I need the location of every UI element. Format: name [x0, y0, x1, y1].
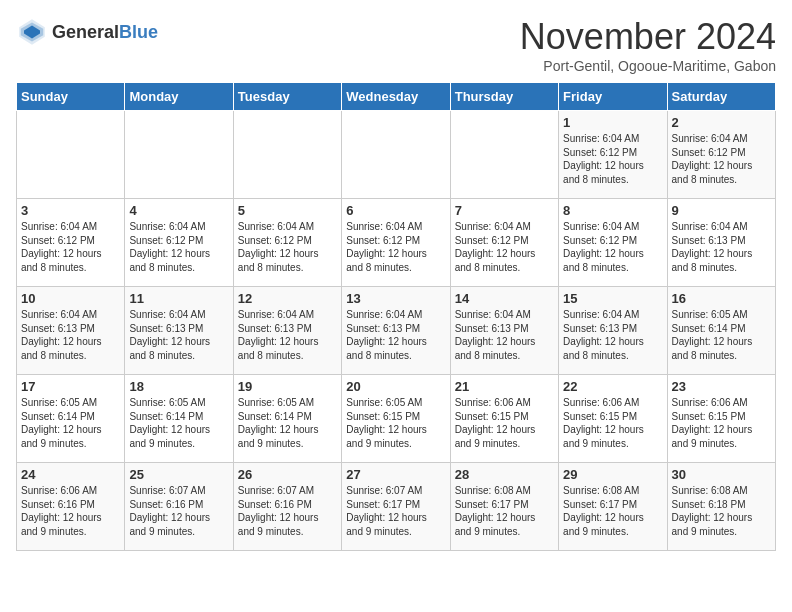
cell-info: Sunrise: 6:04 AM Sunset: 6:12 PM Dayligh… — [129, 220, 228, 274]
calendar-cell: 18Sunrise: 6:05 AM Sunset: 6:14 PM Dayli… — [125, 375, 233, 463]
cell-info: Sunrise: 6:06 AM Sunset: 6:15 PM Dayligh… — [563, 396, 662, 450]
calendar-cell: 21Sunrise: 6:06 AM Sunset: 6:15 PM Dayli… — [450, 375, 558, 463]
header-saturday: Saturday — [667, 83, 775, 111]
calendar-cell — [233, 111, 341, 199]
calendar-cell: 2Sunrise: 6:04 AM Sunset: 6:12 PM Daylig… — [667, 111, 775, 199]
day-number: 13 — [346, 291, 445, 306]
day-number: 6 — [346, 203, 445, 218]
calendar-cell: 5Sunrise: 6:04 AM Sunset: 6:12 PM Daylig… — [233, 199, 341, 287]
day-number: 20 — [346, 379, 445, 394]
day-number: 3 — [21, 203, 120, 218]
logo-text: GeneralBlue — [52, 23, 158, 41]
header-tuesday: Tuesday — [233, 83, 341, 111]
day-number: 17 — [21, 379, 120, 394]
day-number: 22 — [563, 379, 662, 394]
cell-info: Sunrise: 6:05 AM Sunset: 6:14 PM Dayligh… — [129, 396, 228, 450]
calendar-cell: 4Sunrise: 6:04 AM Sunset: 6:12 PM Daylig… — [125, 199, 233, 287]
calendar-cell: 27Sunrise: 6:07 AM Sunset: 6:17 PM Dayli… — [342, 463, 450, 551]
logo: GeneralBlue — [16, 16, 158, 48]
day-number: 27 — [346, 467, 445, 482]
day-number: 5 — [238, 203, 337, 218]
day-number: 10 — [21, 291, 120, 306]
cell-info: Sunrise: 6:06 AM Sunset: 6:15 PM Dayligh… — [455, 396, 554, 450]
calendar-cell: 11Sunrise: 6:04 AM Sunset: 6:13 PM Dayli… — [125, 287, 233, 375]
day-number: 19 — [238, 379, 337, 394]
day-number: 12 — [238, 291, 337, 306]
cell-info: Sunrise: 6:04 AM Sunset: 6:12 PM Dayligh… — [563, 132, 662, 186]
week-row-4: 17Sunrise: 6:05 AM Sunset: 6:14 PM Dayli… — [17, 375, 776, 463]
calendar-cell: 3Sunrise: 6:04 AM Sunset: 6:12 PM Daylig… — [17, 199, 125, 287]
calendar-cell: 24Sunrise: 6:06 AM Sunset: 6:16 PM Dayli… — [17, 463, 125, 551]
day-number: 25 — [129, 467, 228, 482]
logo-blue: Blue — [119, 22, 158, 42]
header: GeneralBlue November 2024 Port-Gentil, O… — [16, 16, 776, 74]
calendar-cell: 13Sunrise: 6:04 AM Sunset: 6:13 PM Dayli… — [342, 287, 450, 375]
cell-info: Sunrise: 6:04 AM Sunset: 6:12 PM Dayligh… — [563, 220, 662, 274]
cell-info: Sunrise: 6:05 AM Sunset: 6:14 PM Dayligh… — [21, 396, 120, 450]
day-number: 30 — [672, 467, 771, 482]
cell-info: Sunrise: 6:04 AM Sunset: 6:12 PM Dayligh… — [672, 132, 771, 186]
cell-info: Sunrise: 6:04 AM Sunset: 6:12 PM Dayligh… — [21, 220, 120, 274]
cell-info: Sunrise: 6:05 AM Sunset: 6:15 PM Dayligh… — [346, 396, 445, 450]
day-number: 23 — [672, 379, 771, 394]
day-number: 14 — [455, 291, 554, 306]
week-row-3: 10Sunrise: 6:04 AM Sunset: 6:13 PM Dayli… — [17, 287, 776, 375]
day-number: 28 — [455, 467, 554, 482]
day-number: 8 — [563, 203, 662, 218]
calendar-cell: 12Sunrise: 6:04 AM Sunset: 6:13 PM Dayli… — [233, 287, 341, 375]
calendar-cell: 8Sunrise: 6:04 AM Sunset: 6:12 PM Daylig… — [559, 199, 667, 287]
cell-info: Sunrise: 6:04 AM Sunset: 6:13 PM Dayligh… — [672, 220, 771, 274]
week-row-2: 3Sunrise: 6:04 AM Sunset: 6:12 PM Daylig… — [17, 199, 776, 287]
header-thursday: Thursday — [450, 83, 558, 111]
cell-info: Sunrise: 6:06 AM Sunset: 6:15 PM Dayligh… — [672, 396, 771, 450]
cell-info: Sunrise: 6:06 AM Sunset: 6:16 PM Dayligh… — [21, 484, 120, 538]
cell-info: Sunrise: 6:04 AM Sunset: 6:12 PM Dayligh… — [346, 220, 445, 274]
day-number: 16 — [672, 291, 771, 306]
day-number: 21 — [455, 379, 554, 394]
calendar-cell: 25Sunrise: 6:07 AM Sunset: 6:16 PM Dayli… — [125, 463, 233, 551]
day-number: 18 — [129, 379, 228, 394]
cell-info: Sunrise: 6:04 AM Sunset: 6:13 PM Dayligh… — [238, 308, 337, 362]
cell-info: Sunrise: 6:05 AM Sunset: 6:14 PM Dayligh… — [672, 308, 771, 362]
day-number: 9 — [672, 203, 771, 218]
cell-info: Sunrise: 6:04 AM Sunset: 6:13 PM Dayligh… — [129, 308, 228, 362]
cell-info: Sunrise: 6:07 AM Sunset: 6:16 PM Dayligh… — [129, 484, 228, 538]
calendar-cell: 23Sunrise: 6:06 AM Sunset: 6:15 PM Dayli… — [667, 375, 775, 463]
header-friday: Friday — [559, 83, 667, 111]
day-number: 4 — [129, 203, 228, 218]
cell-info: Sunrise: 6:04 AM Sunset: 6:12 PM Dayligh… — [455, 220, 554, 274]
day-number: 1 — [563, 115, 662, 130]
title-area: November 2024 Port-Gentil, Ogooue-Mariti… — [520, 16, 776, 74]
cell-info: Sunrise: 6:04 AM Sunset: 6:13 PM Dayligh… — [455, 308, 554, 362]
calendar-cell: 1Sunrise: 6:04 AM Sunset: 6:12 PM Daylig… — [559, 111, 667, 199]
calendar-cell: 7Sunrise: 6:04 AM Sunset: 6:12 PM Daylig… — [450, 199, 558, 287]
day-number: 15 — [563, 291, 662, 306]
calendar-cell: 29Sunrise: 6:08 AM Sunset: 6:17 PM Dayli… — [559, 463, 667, 551]
cell-info: Sunrise: 6:07 AM Sunset: 6:17 PM Dayligh… — [346, 484, 445, 538]
calendar-cell: 15Sunrise: 6:04 AM Sunset: 6:13 PM Dayli… — [559, 287, 667, 375]
calendar-cell: 30Sunrise: 6:08 AM Sunset: 6:18 PM Dayli… — [667, 463, 775, 551]
cell-info: Sunrise: 6:07 AM Sunset: 6:16 PM Dayligh… — [238, 484, 337, 538]
day-number: 29 — [563, 467, 662, 482]
logo-general: General — [52, 22, 119, 42]
cell-info: Sunrise: 6:04 AM Sunset: 6:13 PM Dayligh… — [21, 308, 120, 362]
header-wednesday: Wednesday — [342, 83, 450, 111]
cell-info: Sunrise: 6:04 AM Sunset: 6:13 PM Dayligh… — [563, 308, 662, 362]
logo-icon — [16, 16, 48, 48]
day-number: 7 — [455, 203, 554, 218]
cell-info: Sunrise: 6:05 AM Sunset: 6:14 PM Dayligh… — [238, 396, 337, 450]
calendar-cell: 26Sunrise: 6:07 AM Sunset: 6:16 PM Dayli… — [233, 463, 341, 551]
calendar-cell: 22Sunrise: 6:06 AM Sunset: 6:15 PM Dayli… — [559, 375, 667, 463]
calendar-cell: 9Sunrise: 6:04 AM Sunset: 6:13 PM Daylig… — [667, 199, 775, 287]
cell-info: Sunrise: 6:08 AM Sunset: 6:17 PM Dayligh… — [563, 484, 662, 538]
day-number: 2 — [672, 115, 771, 130]
calendar-cell: 6Sunrise: 6:04 AM Sunset: 6:12 PM Daylig… — [342, 199, 450, 287]
calendar-cell — [125, 111, 233, 199]
month-title: November 2024 — [520, 16, 776, 58]
calendar-cell: 17Sunrise: 6:05 AM Sunset: 6:14 PM Dayli… — [17, 375, 125, 463]
calendar-cell: 28Sunrise: 6:08 AM Sunset: 6:17 PM Dayli… — [450, 463, 558, 551]
calendar-cell — [342, 111, 450, 199]
calendar-cell — [17, 111, 125, 199]
day-number: 11 — [129, 291, 228, 306]
calendar-table: SundayMondayTuesdayWednesdayThursdayFrid… — [16, 82, 776, 551]
